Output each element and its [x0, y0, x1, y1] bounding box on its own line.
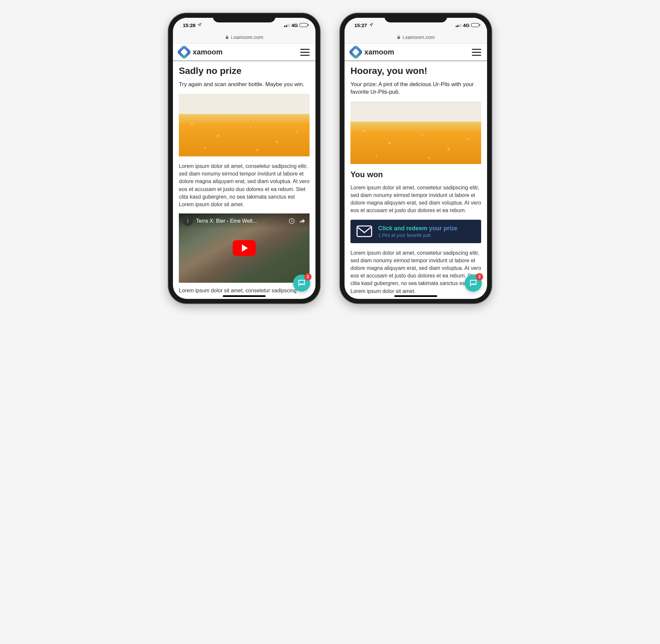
chat-widget-button[interactable]: 2	[465, 275, 482, 292]
brand-name: xamoom	[364, 48, 394, 56]
envelope-icon	[357, 225, 372, 237]
video-embed[interactable]: Terra X: Bier - Eine Welt...	[179, 213, 310, 283]
phone-left: 15:28 4G i.xamoom.com xamoom Sadly no	[168, 13, 320, 303]
signal-icon	[456, 23, 461, 27]
svg-rect-1	[357, 226, 371, 236]
video-title: Terra X: Bier - Eine Welt...	[196, 218, 285, 224]
brand[interactable]: xamoom	[350, 47, 394, 58]
chat-badge: 2	[304, 273, 312, 280]
play-button[interactable]	[233, 240, 256, 256]
location-icon	[198, 23, 202, 28]
body-paragraph: Lorem ipsum dolor sit amet, consetetur s…	[350, 184, 481, 214]
screen-left: 15:28 4G i.xamoom.com xamoom Sadly no	[173, 18, 316, 299]
page-subtitle: Your prize: A pint of the delicious Ur-P…	[350, 81, 481, 96]
browser-url-bar[interactable]: i.xamoom.com	[344, 32, 487, 44]
body-paragraph: Lorem ipsum dolor sit amet, consetetur s…	[179, 162, 310, 208]
page-content-right[interactable]: Hooray, you won! Your prize: A pint of t…	[344, 61, 487, 299]
device-notch	[384, 13, 447, 22]
status-time: 15:28	[183, 22, 195, 28]
battery-icon	[300, 23, 308, 27]
redeem-title: Click and redeem your prize	[378, 225, 457, 232]
menu-button[interactable]	[472, 49, 481, 56]
network-label: 4G	[291, 22, 298, 28]
signal-icon	[284, 23, 290, 27]
chat-icon	[469, 279, 478, 288]
app-header: xamoom	[344, 44, 487, 61]
phone-right: 15:27 4G i.xamoom.com xamoom Hooray,	[340, 13, 492, 303]
chat-badge: 2	[476, 273, 483, 280]
brand-name: xamoom	[193, 48, 222, 56]
section-title: You won	[350, 170, 481, 179]
menu-button[interactable]	[300, 49, 310, 56]
chat-widget-button[interactable]: 2	[293, 275, 310, 292]
page-title: Sadly no prize	[179, 66, 310, 76]
cutoff-text: Lorem ipsum dolor sit amet, consetetur s…	[179, 287, 310, 294]
brand-logo-icon	[177, 45, 191, 60]
page-subtitle: Try again and scan another bottle. Maybe…	[179, 81, 310, 88]
battery-icon	[471, 23, 479, 27]
video-channel-avatar	[183, 216, 193, 226]
brand-logo-icon	[348, 45, 363, 60]
home-indicator[interactable]	[223, 295, 266, 297]
app-header: xamoom	[173, 44, 316, 61]
redeem-subtitle: 1 Pint at your favorite pub	[378, 233, 457, 238]
device-notch	[213, 13, 276, 22]
hero-image-beer	[350, 101, 481, 164]
brand[interactable]: xamoom	[179, 47, 222, 58]
lock-icon	[225, 35, 229, 39]
network-label: 4G	[463, 22, 470, 28]
status-time: 15:27	[355, 22, 367, 28]
location-icon	[369, 23, 373, 28]
body-paragraph-2: Lorem ipsum dolor sit amet, consetetur s…	[350, 249, 481, 295]
screen-right: 15:27 4G i.xamoom.com xamoom Hooray,	[344, 18, 487, 299]
chat-icon	[297, 279, 306, 288]
page-title: Hooray, you won!	[350, 66, 481, 76]
share-icon[interactable]	[299, 218, 305, 224]
hero-image-beer	[179, 94, 310, 156]
lock-icon	[397, 35, 401, 39]
page-content-left[interactable]: Sadly no prize Try again and scan anothe…	[173, 61, 316, 299]
home-indicator[interactable]	[394, 295, 437, 297]
watch-later-icon[interactable]	[289, 218, 295, 224]
redeem-prize-card[interactable]: Click and redeem your prize 1 Pint at yo…	[350, 220, 481, 243]
url-text: i.xamoom.com	[403, 34, 435, 40]
browser-url-bar[interactable]: i.xamoom.com	[173, 32, 316, 44]
url-text: i.xamoom.com	[231, 34, 263, 40]
